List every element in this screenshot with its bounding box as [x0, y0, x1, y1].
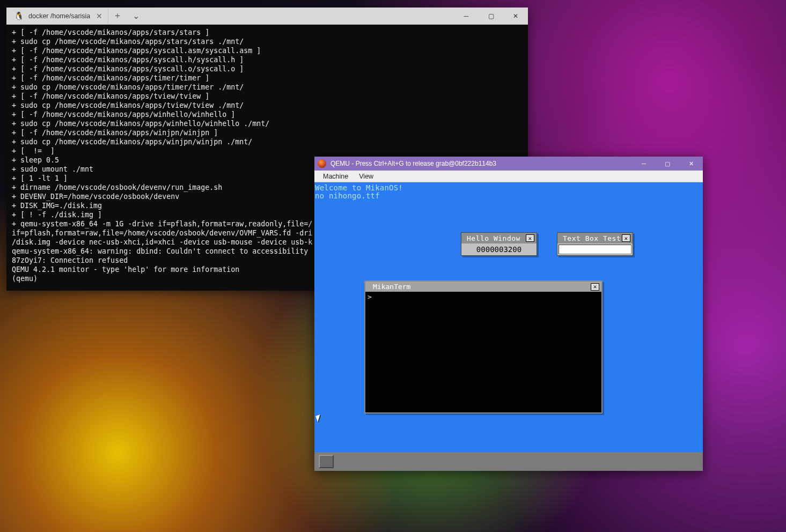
- hello-window[interactable]: Hello Window ✕ 0000003200: [461, 232, 537, 256]
- terminal-tab[interactable]: 🐧 docker /home/sarisia ✕: [6, 8, 108, 24]
- mikanterm-close-icon[interactable]: ✕: [591, 283, 599, 291]
- qemu-close-button[interactable]: ✕: [679, 157, 703, 171]
- linux-icon: 🐧: [14, 12, 24, 20]
- hello-window-value: 0000003200: [461, 243, 537, 255]
- tab-close-icon[interactable]: ✕: [96, 12, 102, 20]
- qemu-menubar: Machine View: [314, 171, 703, 182]
- textbox-window-title: Text Box Test: [563, 234, 621, 242]
- mikanterm-prompt: >: [368, 293, 372, 301]
- desktop-background: 🐧 docker /home/sarisia ✕ ＋ ⌄ ─ ▢ ✕ + [ -…: [0, 0, 786, 532]
- cursor-icon: [315, 415, 322, 422]
- mikanterm-title: MikanTerm: [373, 283, 410, 291]
- qemu-minimize-button[interactable]: ─: [632, 157, 656, 171]
- qemu-window-controls: ─ ▢ ✕: [632, 157, 703, 171]
- hello-window-title: Hello Window: [467, 234, 520, 242]
- maximize-button[interactable]: ▢: [479, 8, 503, 24]
- hello-window-titlebar[interactable]: Hello Window ✕: [461, 233, 537, 243]
- mikanterm-window[interactable]: MikanTerm ✕ >: [364, 280, 603, 413]
- mikanos-desktop[interactable]: Welcome to MikanOS! no nihongo.ttf Hello…: [314, 182, 703, 471]
- textbox-window[interactable]: Text Box Test ✕: [557, 232, 633, 256]
- textbox-input[interactable]: [559, 245, 631, 254]
- hello-window-close-icon[interactable]: ✕: [526, 234, 534, 242]
- qemu-window: QEMU - Press Ctrl+Alt+G to release grab@…: [314, 157, 703, 471]
- close-button[interactable]: ✕: [503, 8, 528, 24]
- terminal-titlebar[interactable]: 🐧 docker /home/sarisia ✕ ＋ ⌄ ─ ▢ ✕: [6, 8, 528, 25]
- textbox-window-close-icon[interactable]: ✕: [622, 234, 630, 242]
- window-controls: ─ ▢ ✕: [454, 8, 528, 24]
- mikanos-taskbar[interactable]: [314, 452, 703, 471]
- minimize-button[interactable]: ─: [454, 8, 479, 24]
- qemu-icon: [318, 159, 326, 168]
- qemu-title: QEMU - Press Ctrl+Alt+G to release grab@…: [330, 160, 496, 167]
- mikanterm-output[interactable]: >: [365, 292, 601, 412]
- textbox-window-titlebar[interactable]: Text Box Test ✕: [557, 233, 633, 243]
- mikanos-greeting: Welcome to MikanOS! no nihongo.ttf: [315, 184, 403, 200]
- mikanterm-titlebar[interactable]: MikanTerm ✕: [365, 282, 601, 292]
- mikanos-start-button[interactable]: [319, 455, 334, 468]
- qemu-maximize-button[interactable]: ▢: [656, 157, 679, 171]
- menu-machine[interactable]: Machine: [319, 172, 352, 181]
- new-tab-button[interactable]: ＋: [108, 8, 127, 24]
- menu-view[interactable]: View: [355, 172, 378, 181]
- terminal-tab-title: docker /home/sarisia: [28, 12, 90, 20]
- tab-dropdown-icon[interactable]: ⌄: [127, 8, 145, 24]
- qemu-titlebar[interactable]: QEMU - Press Ctrl+Alt+G to release grab@…: [314, 157, 703, 171]
